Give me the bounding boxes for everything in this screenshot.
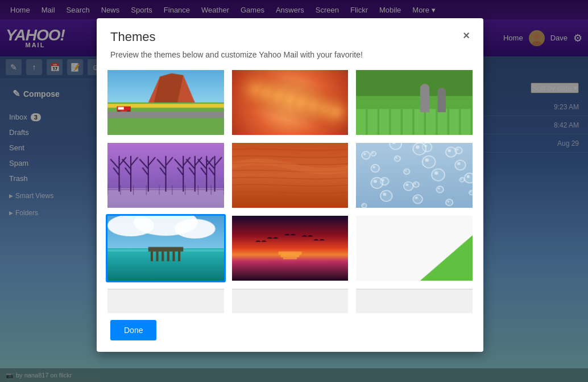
theme-light-2[interactable]	[230, 287, 350, 313]
theme-sunset-lake[interactable]	[230, 214, 350, 282]
done-button[interactable]: Done	[110, 320, 156, 340]
close-button[interactable]: ×	[463, 30, 470, 41]
theme-winter-trees[interactable]	[106, 141, 226, 210]
theme-green-white[interactable]	[354, 214, 474, 282]
theme-ocean-pier[interactable]	[106, 214, 226, 282]
theme-garden-figures[interactable]	[354, 68, 474, 137]
theme-water-drops[interactable]	[354, 141, 474, 210]
theme-sand-dunes[interactable]	[230, 141, 350, 210]
theme-orange-blur[interactable]	[230, 68, 350, 137]
theme-light-1[interactable]	[106, 287, 226, 313]
theme-grid	[97, 68, 483, 313]
dialog-title: Themes	[110, 30, 155, 44]
theme-light-3[interactable]	[354, 287, 474, 313]
themes-dialog: Themes × Preview the themes below and cu…	[97, 18, 483, 352]
dialog-subtitle: Preview the themes below and customize Y…	[97, 50, 483, 68]
theme-desert-mesa[interactable]	[106, 68, 226, 137]
dialog-footer: Done	[97, 313, 483, 352]
dialog-header: Themes ×	[97, 18, 483, 50]
